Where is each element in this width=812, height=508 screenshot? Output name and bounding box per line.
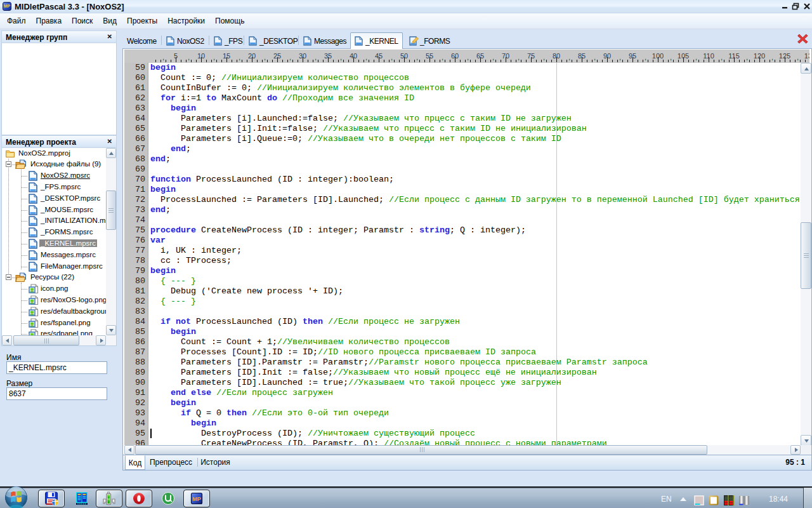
tray-expand-icon[interactable] bbox=[680, 497, 686, 501]
bottom-tab-Препроцесс[interactable]: Препроцесс bbox=[146, 455, 196, 470]
tree-hscroll-thumb[interactable] bbox=[13, 335, 79, 345]
tree-item-label[interactable]: _FORMS.mpsrc bbox=[39, 228, 94, 236]
editor-vertical-scrollbar[interactable] bbox=[801, 63, 811, 445]
ruler-tick bbox=[617, 60, 618, 62]
tree-item-label[interactable]: res/sdpanel.png bbox=[39, 330, 94, 335]
ruler-tick bbox=[287, 60, 288, 62]
scroll-down-icon[interactable] bbox=[106, 325, 116, 335]
tree-item[interactable]: icon.png bbox=[2, 283, 106, 295]
tree-item-label[interactable]: res/fspanel.png bbox=[39, 319, 92, 326]
tree-vertical-scrollbar[interactable] bbox=[106, 148, 116, 335]
tree-horizontal-scrollbar[interactable] bbox=[2, 335, 116, 345]
tree-item-label[interactable]: _KERNEL.mpsrc bbox=[39, 239, 97, 247]
tab-_KERNEL[interactable]: _KERNEL bbox=[350, 32, 403, 49]
code-editor[interactable]: begin Count := 0; //Инициализируем колич… bbox=[148, 63, 801, 446]
menu-Правка[interactable]: Правка bbox=[31, 13, 67, 29]
close-button[interactable] bbox=[803, 3, 811, 12]
tree-item-label[interactable]: Исходные файлы (9) bbox=[29, 160, 102, 168]
scroll-right-icon[interactable] bbox=[96, 335, 106, 345]
tray-grid-icon[interactable] bbox=[724, 495, 734, 505]
tree-item[interactable]: NoxOS2.mpproj bbox=[2, 148, 106, 159]
tree-item-label[interactable]: _FPS.mpsrc bbox=[39, 183, 82, 190]
tree-item[interactable]: Messages.mpsrc bbox=[2, 250, 106, 261]
tree-item-label[interactable]: _MOUSE.mpsrc bbox=[39, 206, 95, 213]
code-token bbox=[150, 104, 171, 113]
tree-item[interactable]: _MOUSE.mpsrc bbox=[2, 204, 106, 216]
tree-scroll-thumb[interactable] bbox=[106, 190, 116, 230]
restore-button[interactable] bbox=[792, 3, 799, 12]
tree-item-label[interactable]: _DESKTOP.mpsrc bbox=[39, 194, 102, 202]
tree-item[interactable]: Ресурсы (22) bbox=[2, 272, 106, 283]
size-field[interactable]: 8637 bbox=[6, 387, 107, 400]
tree-item[interactable]: _DESKTOP.mpsrc bbox=[2, 193, 106, 204]
tab-_FPS[interactable]: _FPS bbox=[210, 34, 247, 48]
start-button[interactable] bbox=[4, 486, 28, 508]
tree-item[interactable]: _FPS.mpsrc bbox=[2, 182, 106, 193]
ruler-column-label: 65 bbox=[476, 52, 484, 60]
scroll-up-icon[interactable] bbox=[801, 63, 811, 74]
tree-item-label[interactable]: Ресурсы (22) bbox=[29, 273, 75, 281]
menu-Поиск[interactable]: Поиск bbox=[67, 13, 98, 29]
tree-item[interactable]: _FORMS.mpsrc bbox=[2, 227, 106, 238]
tab-_FORMS[interactable]: _FORMS bbox=[405, 34, 455, 48]
tray-gold-icon[interactable] bbox=[709, 495, 719, 505]
tree-item[interactable]: NoxOS2.mpsrc bbox=[2, 170, 106, 182]
tray-gray-icon[interactable] bbox=[739, 495, 749, 505]
tab-NoxOS2[interactable]: NoxOS2 bbox=[162, 34, 209, 48]
scroll-down-icon[interactable] bbox=[801, 435, 811, 446]
menubar: ФайлПравкаПоискВидПроектыНастройкиПомощь bbox=[0, 13, 812, 29]
menu-Проекты[interactable]: Проекты bbox=[122, 13, 162, 29]
tree-item[interactable]: res/NoxOS-logo.png bbox=[2, 295, 106, 306]
tree-item-label[interactable]: res/defaultbackground.png bbox=[39, 307, 106, 315]
bottom-tab-Код[interactable]: Код bbox=[125, 455, 145, 470]
scroll-left-icon[interactable] bbox=[2, 335, 12, 345]
menu-Вид[interactable]: Вид bbox=[98, 13, 122, 29]
tree-item-label[interactable]: icon.png bbox=[39, 284, 69, 292]
menu-Помощь[interactable]: Помощь bbox=[210, 13, 249, 29]
code-token: ; bbox=[166, 205, 171, 215]
tree-item[interactable]: res/sdpanel.png bbox=[2, 328, 106, 335]
show-desktop-button[interactable] bbox=[803, 488, 812, 508]
scroll-up-icon[interactable] bbox=[106, 148, 116, 158]
menu-Настройки[interactable]: Настройки bbox=[162, 13, 210, 29]
editor-horizontal-scrollbar[interactable] bbox=[124, 445, 801, 455]
tray-pink-icon[interactable] bbox=[694, 495, 704, 505]
clock[interactable]: 18:44 bbox=[769, 495, 788, 504]
bottom-tab-История[interactable]: История bbox=[197, 455, 234, 470]
scroll-left-icon[interactable] bbox=[124, 445, 134, 455]
language-indicator[interactable]: EN bbox=[661, 495, 672, 504]
groups-panel-close-icon[interactable]: ✕ bbox=[107, 33, 112, 40]
ruler-column-label: 25 bbox=[273, 52, 281, 60]
ruler-tick bbox=[643, 60, 643, 62]
editor-hscroll-thumb[interactable] bbox=[135, 445, 707, 455]
tree-item[interactable]: res/defaultbackground.png bbox=[2, 306, 106, 318]
tree-item[interactable]: _KERNEL.mpsrc bbox=[2, 238, 106, 250]
tree-item[interactable]: FileManager.mpsrc bbox=[2, 261, 106, 272]
tree-item-label[interactable]: _INITIALIZATION.mpsrc bbox=[39, 217, 106, 224]
tab-_DESKTOP[interactable]: _DESKTOP bbox=[245, 34, 303, 48]
tree-expander-icon[interactable] bbox=[6, 274, 11, 280]
editor-vscroll-thumb[interactable] bbox=[801, 222, 811, 289]
code-token: //Инициализируем количество элементов в … bbox=[257, 83, 531, 93]
file-icon bbox=[214, 36, 222, 46]
scroll-right-icon[interactable] bbox=[790, 445, 801, 455]
ruler-column-label: 70 bbox=[502, 52, 509, 60]
project-panel-close-icon[interactable]: ✕ bbox=[107, 138, 112, 145]
close-file-icon[interactable] bbox=[797, 34, 808, 44]
tree-item-label[interactable]: NoxOS2.mpproj bbox=[17, 149, 72, 157]
minimize-button[interactable] bbox=[782, 3, 788, 12]
tree-item-label[interactable]: Messages.mpsrc bbox=[39, 251, 97, 258]
tree-item[interactable]: Исходные файлы (9) bbox=[2, 159, 106, 170]
line-number: 84 bbox=[135, 317, 145, 327]
menu-Файл[interactable]: Файл bbox=[2, 13, 31, 29]
tab-Messages[interactable]: Messages bbox=[299, 34, 351, 48]
name-field[interactable]: _KERNEL.mpsrc bbox=[6, 361, 107, 374]
tree-item[interactable]: res/fspanel.png bbox=[2, 318, 106, 329]
tree-item-label[interactable]: FileManager.mpsrc bbox=[39, 262, 104, 270]
tree-item[interactable]: _INITIALIZATION.mpsrc bbox=[2, 215, 106, 227]
tab-Welcome[interactable]: Welcome bbox=[124, 34, 162, 48]
tree-item-label[interactable]: NoxOS2.mpsrc bbox=[39, 171, 91, 179]
app-logo-icon: MP bbox=[3, 2, 11, 11]
tree-expander-icon[interactable] bbox=[6, 161, 11, 167]
tree-item-label[interactable]: res/NoxOS-logo.png bbox=[39, 296, 106, 304]
